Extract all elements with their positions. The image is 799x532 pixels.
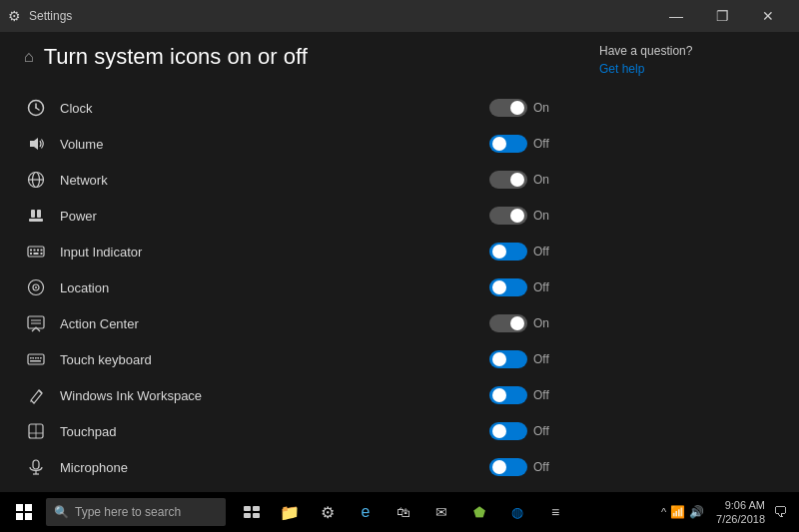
touch-keyboard-toggle-label: Off (533, 352, 555, 366)
task-view-icon[interactable] (234, 492, 270, 532)
location-toggle-label: Off (533, 280, 555, 294)
action-center-toggle[interactable] (489, 314, 527, 332)
svg-rect-10 (28, 247, 44, 257)
location-toggle[interactable] (489, 278, 527, 296)
taskbar-search[interactable]: 🔍 Type here to search (46, 498, 226, 526)
settings-gear-icon: ⚙ (8, 8, 21, 24)
touchpad-toggle-container: Off (489, 422, 555, 440)
power-toggle-container: On (489, 207, 555, 225)
setting-row-volume: Volume Off (24, 126, 555, 162)
close-button[interactable]: ✕ (745, 0, 791, 32)
svg-rect-28 (38, 357, 40, 359)
windows-ink-workspace-label: Windows Ink Workspace (60, 388, 489, 403)
svg-rect-34 (33, 460, 39, 469)
systray-network: 📶 (670, 505, 685, 519)
microphone-icon (24, 455, 48, 479)
svg-rect-9 (29, 219, 43, 222)
maximize-button[interactable]: ❐ (699, 0, 745, 32)
svg-rect-41 (244, 506, 251, 511)
svg-rect-26 (33, 357, 35, 359)
volume-toggle[interactable] (489, 135, 527, 153)
svg-rect-25 (30, 357, 32, 359)
clock-toggle-container: On (489, 99, 555, 117)
touch-keyboard-icon (24, 347, 48, 371)
taskbar-search-placeholder: Type here to search (75, 505, 181, 519)
search-icon: 🔍 (54, 505, 69, 519)
input-indicator-toggle[interactable] (489, 243, 527, 261)
power-toggle-label: On (533, 209, 555, 223)
input-indicator-toggle-container: Off (489, 243, 555, 261)
taskbar: 🔍 Type here to search 📁 ⚙ e 🛍 ✉ ⬟ ◍ ≡ ^ … (0, 492, 799, 532)
svg-rect-39 (16, 513, 23, 520)
input-indicator-toggle-label: Off (533, 245, 555, 259)
systray-chevron[interactable]: ^ (661, 506, 666, 518)
xbox-icon[interactable]: ⬟ (461, 492, 497, 532)
page-header: ⌂ Turn system icons on or off (24, 44, 555, 70)
volume-toggle-label: Off (533, 137, 555, 151)
microphone-toggle[interactable] (489, 458, 527, 476)
setting-row-windows-ink-workspace: Windows Ink Workspace Off (24, 377, 555, 413)
location-label: Location (60, 280, 489, 295)
svg-line-2 (36, 108, 39, 110)
clock-toggle[interactable] (489, 99, 527, 117)
page-title: Turn system icons on or off (44, 44, 308, 70)
help-sidebar: Have a question? Get help (579, 32, 799, 492)
action-center-toggle-container: On (489, 314, 555, 332)
touch-keyboard-toggle-container: Off (489, 350, 555, 368)
setting-row-touch-keyboard: Touch keyboard Off (24, 341, 555, 377)
location-toggle-container: Off (489, 278, 555, 296)
minimize-button[interactable]: — (653, 0, 699, 32)
systray-volume: 🔊 (689, 505, 704, 519)
svg-rect-7 (31, 210, 35, 218)
start-button[interactable] (4, 492, 44, 532)
touchpad-label: Touchpad (60, 424, 489, 439)
setting-row-touchpad: Touchpad Off (24, 413, 555, 449)
volume-icon (24, 132, 48, 156)
touch-keyboard-label: Touch keyboard (60, 352, 489, 367)
svg-rect-43 (244, 513, 251, 518)
svg-rect-44 (253, 513, 260, 518)
clock-toggle-label: On (533, 101, 555, 115)
touch-keyboard-toggle[interactable] (489, 350, 527, 368)
title-bar-controls: — ❐ ✕ (653, 0, 791, 32)
svg-rect-17 (41, 253, 43, 255)
help-title: Have a question? (599, 44, 779, 58)
get-help-link[interactable]: Get help (599, 62, 779, 76)
microphone-toggle-container: Off (489, 458, 555, 476)
power-icon (24, 204, 48, 228)
network-toggle[interactable] (489, 171, 527, 189)
taskbar-icons: 📁 ⚙ e 🛍 ✉ ⬟ ◍ ≡ (234, 492, 573, 532)
taskbar-time[interactable]: 9:06 AM 7/26/2018 (708, 498, 765, 527)
setting-row-clock: Clock On (24, 90, 555, 126)
svg-rect-37 (16, 504, 23, 511)
edge-icon[interactable]: e (348, 492, 384, 532)
svg-point-20 (35, 286, 37, 288)
edge2-icon[interactable]: ◍ (499, 492, 535, 532)
time-display: 9:06 AM (716, 498, 765, 512)
setting-row-input-indicator: Input Indicator Off (24, 234, 555, 269)
action-center-toggle-label: On (533, 316, 555, 330)
windows-ink-workspace-toggle[interactable] (489, 386, 527, 404)
svg-rect-8 (37, 210, 41, 218)
svg-rect-42 (253, 506, 260, 511)
svg-rect-13 (37, 250, 39, 252)
settings-panel: ⌂ Turn system icons on or off Clock (0, 32, 579, 492)
svg-rect-24 (28, 354, 44, 364)
file-explorer-icon[interactable]: 📁 (272, 492, 308, 532)
setting-row-microphone: Microphone Off (24, 449, 555, 485)
settings-taskbar-icon[interactable]: ⚙ (310, 492, 346, 532)
apps-icon[interactable]: ≡ (537, 492, 573, 532)
settings-list: Clock On Volume (24, 90, 555, 485)
mail-icon[interactable]: ✉ (423, 492, 459, 532)
network-toggle-label: On (533, 173, 555, 187)
power-toggle[interactable] (489, 207, 527, 225)
setting-row-power: Power On (24, 198, 555, 234)
title-bar: ⚙ Settings — ❐ ✕ (0, 0, 799, 32)
store-icon[interactable]: 🛍 (386, 492, 421, 532)
home-icon[interactable]: ⌂ (24, 48, 34, 66)
input-indicator-icon (24, 240, 48, 264)
touchpad-toggle[interactable] (489, 422, 527, 440)
svg-rect-40 (25, 513, 32, 520)
notification-icon[interactable]: 🗨 (769, 504, 787, 520)
svg-rect-11 (30, 250, 32, 252)
